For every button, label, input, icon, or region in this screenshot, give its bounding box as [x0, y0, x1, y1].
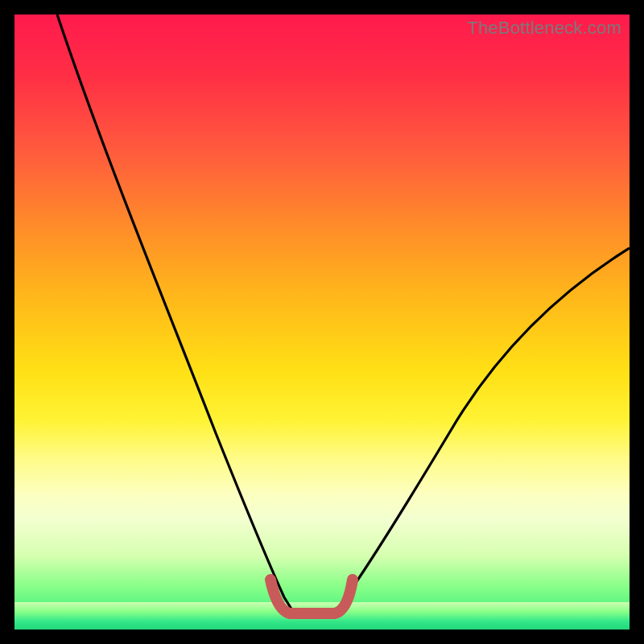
chart-stage: TheBottleneck.com: [0, 0, 644, 644]
bottleneck-curve-right: [336, 248, 630, 610]
curve-layer: [14, 14, 630, 630]
watermark-text: TheBottleneck.com: [467, 18, 621, 39]
bottleneck-curve-left: [57, 14, 292, 610]
plot-area: TheBottleneck.com: [14, 14, 630, 630]
